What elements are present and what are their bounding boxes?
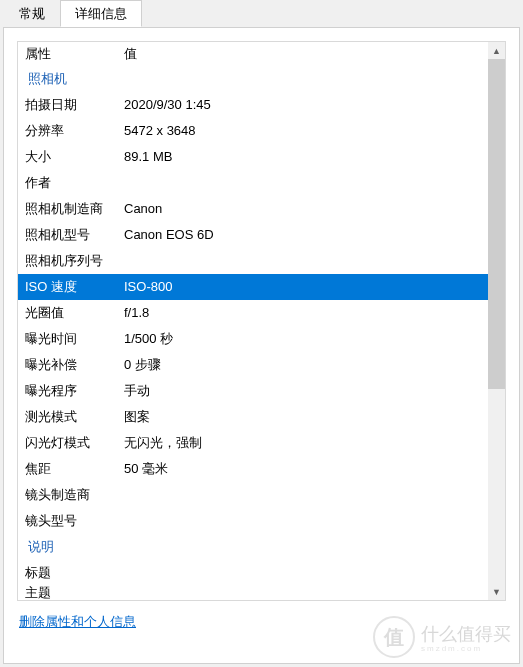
value bbox=[124, 560, 488, 586]
scrollbar[interactable]: ▲ ▼ bbox=[488, 42, 505, 600]
row-fstop[interactable]: 光圈值 f/1.8 bbox=[18, 300, 488, 326]
value bbox=[124, 170, 488, 196]
value: Canon EOS 6D bbox=[124, 222, 488, 248]
tab-details[interactable]: 详细信息 bbox=[60, 0, 142, 27]
scroll-thumb[interactable] bbox=[488, 59, 505, 389]
tab-strip: 常规 详细信息 bbox=[0, 0, 523, 28]
value bbox=[124, 508, 488, 534]
properties-frame: 属性 值 照相机 拍摄日期 2020/9/30 1:45 分辨率 5472 x … bbox=[17, 41, 506, 601]
header-property[interactable]: 属性 bbox=[18, 42, 124, 66]
value: 0 步骤 bbox=[124, 352, 488, 378]
remove-properties-link[interactable]: 删除属性和个人信息 bbox=[19, 613, 136, 631]
label: 照相机制造商 bbox=[18, 196, 124, 222]
value: 无闪光，强制 bbox=[124, 430, 488, 456]
label: 焦距 bbox=[18, 456, 124, 482]
row-exposure[interactable]: 曝光时间 1/500 秒 bbox=[18, 326, 488, 352]
header-value[interactable]: 值 bbox=[124, 42, 488, 66]
table-body: 属性 值 照相机 拍摄日期 2020/9/30 1:45 分辨率 5472 x … bbox=[18, 42, 488, 600]
row-camera-serial[interactable]: 照相机序列号 bbox=[18, 248, 488, 274]
label: 闪光灯模式 bbox=[18, 430, 124, 456]
value: 50 毫米 bbox=[124, 456, 488, 482]
properties-table: 属性 值 照相机 拍摄日期 2020/9/30 1:45 分辨率 5472 x … bbox=[18, 42, 505, 600]
row-exp-bias[interactable]: 曝光补偿 0 步骤 bbox=[18, 352, 488, 378]
label: 曝光程序 bbox=[18, 378, 124, 404]
section-camera: 照相机 bbox=[18, 66, 488, 92]
row-focal[interactable]: 焦距 50 毫米 bbox=[18, 456, 488, 482]
label: 主题 bbox=[18, 586, 124, 600]
label: 照相机型号 bbox=[18, 222, 124, 248]
value: Canon bbox=[124, 196, 488, 222]
row-dimensions[interactable]: 分辨率 5472 x 3648 bbox=[18, 118, 488, 144]
row-camera-maker[interactable]: 照相机制造商 Canon bbox=[18, 196, 488, 222]
value: 1/500 秒 bbox=[124, 326, 488, 352]
watermark-icon: 值 bbox=[373, 616, 415, 658]
value: 5472 x 3648 bbox=[124, 118, 488, 144]
tab-general[interactable]: 常规 bbox=[4, 0, 60, 27]
watermark-sub: smzdm.com bbox=[421, 644, 511, 653]
details-panel: 属性 值 照相机 拍摄日期 2020/9/30 1:45 分辨率 5472 x … bbox=[3, 27, 520, 664]
value: f/1.8 bbox=[124, 300, 488, 326]
label: 测光模式 bbox=[18, 404, 124, 430]
label: 作者 bbox=[18, 170, 124, 196]
watermark: 值 什么值得买 smzdm.com bbox=[373, 616, 511, 658]
row-exp-program[interactable]: 曝光程序 手动 bbox=[18, 378, 488, 404]
label: 照相机序列号 bbox=[18, 248, 124, 274]
row-lens-model[interactable]: 镜头型号 bbox=[18, 508, 488, 534]
row-camera-model[interactable]: 照相机型号 Canon EOS 6D bbox=[18, 222, 488, 248]
value: 89.1 MB bbox=[124, 144, 488, 170]
label: 光圈值 bbox=[18, 300, 124, 326]
value: 图案 bbox=[124, 404, 488, 430]
scroll-up-button[interactable]: ▲ bbox=[488, 42, 505, 59]
section-description: 说明 bbox=[18, 534, 488, 560]
value bbox=[124, 482, 488, 508]
label: 拍摄日期 bbox=[18, 92, 124, 118]
row-date-taken[interactable]: 拍摄日期 2020/9/30 1:45 bbox=[18, 92, 488, 118]
row-metering[interactable]: 测光模式 图案 bbox=[18, 404, 488, 430]
row-title[interactable]: 标题 bbox=[18, 560, 488, 586]
label: 大小 bbox=[18, 144, 124, 170]
row-lens-maker[interactable]: 镜头制造商 bbox=[18, 482, 488, 508]
row-author[interactable]: 作者 bbox=[18, 170, 488, 196]
scroll-down-button[interactable]: ▼ bbox=[488, 583, 505, 600]
label: 镜头型号 bbox=[18, 508, 124, 534]
row-size[interactable]: 大小 89.1 MB bbox=[18, 144, 488, 170]
label: 标题 bbox=[18, 560, 124, 586]
value: 2020/9/30 1:45 bbox=[124, 92, 488, 118]
row-flash[interactable]: 闪光灯模式 无闪光，强制 bbox=[18, 430, 488, 456]
label: ISO 速度 bbox=[18, 274, 124, 300]
row-subject[interactable]: 主题 bbox=[18, 586, 488, 600]
label: 分辨率 bbox=[18, 118, 124, 144]
label: 曝光时间 bbox=[18, 326, 124, 352]
value bbox=[124, 248, 488, 274]
watermark-text-block: 什么值得买 smzdm.com bbox=[421, 622, 511, 653]
value: 手动 bbox=[124, 378, 488, 404]
row-iso[interactable]: ISO 速度 ISO-800 bbox=[18, 274, 488, 300]
label: 曝光补偿 bbox=[18, 352, 124, 378]
value: ISO-800 bbox=[124, 274, 488, 300]
label: 镜头制造商 bbox=[18, 482, 124, 508]
watermark-text: 什么值得买 bbox=[421, 622, 511, 646]
table-header: 属性 值 bbox=[18, 42, 488, 66]
